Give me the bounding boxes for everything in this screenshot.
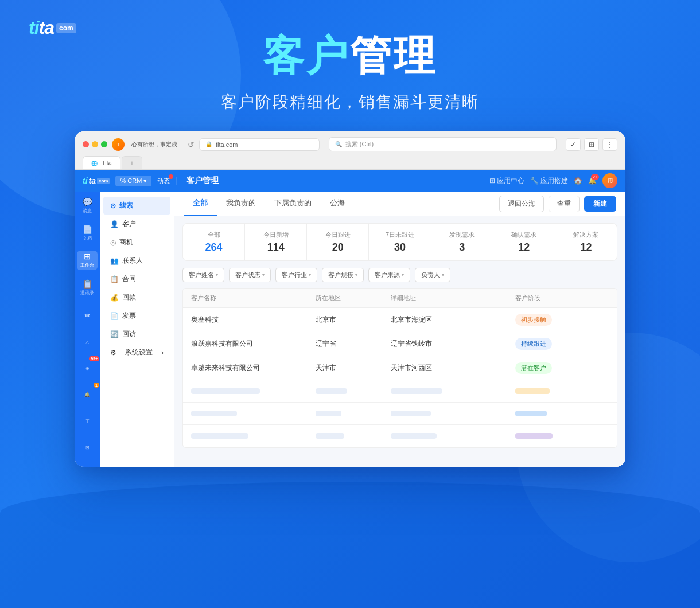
row2-stage: 持续跟进: [515, 338, 552, 350]
close-button[interactable]: [83, 141, 89, 147]
row2-address: 辽宁省铁岭市: [391, 339, 515, 349]
skeleton: [515, 433, 553, 439]
row3-stage: 潜在客户: [515, 362, 552, 374]
skeleton: [515, 411, 547, 416]
nav-workspace[interactable]: ⊞ 工作台: [77, 251, 98, 270]
filter-owner[interactable]: 负责人 ▾: [415, 268, 450, 282]
nav-docs[interactable]: 📄 文档: [77, 224, 98, 243]
minimize-button[interactable]: [92, 141, 98, 147]
menu-settings[interactable]: ⚙ 系统设置 ›: [103, 344, 170, 361]
filter-name-label: 客户姓名: [189, 271, 214, 279]
browser-search[interactable]: 🔍 搜索 (Ctrl): [329, 137, 557, 151]
browser-traffic-lights: [83, 141, 107, 147]
menu-customers[interactable]: 👤 客户: [103, 215, 170, 233]
col-stage-header: 客户阶段: [515, 294, 609, 302]
bookmark-button[interactable]: ✓: [566, 138, 581, 151]
inactive-tab[interactable]: +: [122, 156, 142, 169]
filter-industry[interactable]: 客户行业 ▾: [275, 268, 317, 282]
nav-contacts[interactable]: 📋 通讯录: [77, 278, 98, 298]
payments-label: 回款: [122, 293, 136, 302]
tab-public[interactable]: 公海: [321, 192, 354, 216]
stat-find-need-label: 发现需求: [441, 231, 484, 239]
app-header-right: ⊞ 应用中心 🔧 应用搭建 🏠 🔔 2+ 用: [489, 173, 617, 188]
active-tab[interactable]: 🌐 Tita: [83, 156, 120, 169]
opps-icon: ◎: [110, 239, 116, 247]
skeleton: [316, 388, 347, 394]
return-public-button[interactable]: 退回公海: [499, 196, 544, 212]
menu-opportunities[interactable]: ◎ 商机: [103, 233, 170, 251]
duplicate-check-button[interactable]: 查重: [549, 196, 580, 212]
crm-menu-button[interactable]: % CRM ▾: [115, 176, 151, 186]
filter-name[interactable]: 客户姓名 ▾: [182, 268, 224, 282]
workspace-icon: ⊞: [84, 252, 91, 261]
search-icon: 🔍: [335, 141, 342, 147]
col-region-header: 所在地区: [316, 294, 390, 302]
extensions-button[interactable]: ⊞: [584, 138, 599, 151]
menu-payments[interactable]: 💰 回款: [103, 289, 170, 306]
tab-all[interactable]: 全部: [184, 192, 217, 216]
browser-profile[interactable]: T: [112, 138, 125, 151]
filter-scale-label: 客户规模: [328, 271, 353, 279]
contracts-icon: 📋: [110, 275, 119, 283]
skeleton: [515, 388, 550, 394]
nav-messages[interactable]: 💬 消息: [77, 196, 98, 216]
app-build-button[interactable]: 🔧 应用搭建: [530, 176, 568, 186]
app-header: tita com % CRM ▾ 动态 | 客户管理 ⊞ 应用中心 🔧 应: [75, 170, 625, 192]
nav-alert[interactable]: △: [77, 332, 98, 352]
skeleton: [316, 411, 341, 416]
maximize-button[interactable]: [101, 141, 107, 147]
stat-total-label: 全部: [192, 231, 235, 239]
hero-title-normal: 管理: [350, 33, 437, 79]
menu-button[interactable]: ⋮: [602, 138, 617, 151]
stat-total: 全部 264: [183, 224, 245, 260]
app-content: tita com % CRM ▾ 动态 | 客户管理 ⊞ 应用中心 🔧 应: [75, 170, 625, 467]
settings-label: 系统设置: [125, 348, 153, 357]
nav-grid[interactable]: ⊡: [77, 437, 98, 458]
nav-tools[interactable]: ⊤: [77, 411, 98, 431]
browser-tabs: 🌐 Tita +: [83, 156, 617, 169]
filter-owner-arrow: ▾: [442, 272, 444, 278]
filter-status[interactable]: 客户状态 ▾: [229, 268, 271, 282]
tab-subordinate[interactable]: 下属负责的: [265, 192, 321, 216]
filter-name-arrow: ▾: [216, 272, 218, 278]
settings-arrow: ›: [161, 349, 164, 357]
home-icon-button[interactable]: 🏠: [574, 177, 582, 185]
refresh-icon[interactable]: ↺: [188, 140, 195, 149]
skeleton: [391, 433, 437, 439]
filter-scale[interactable]: 客户规模 ▾: [322, 268, 364, 282]
table-row[interactable]: 卓越未来科技有限公司 天津市 天津市河西区 潜在客户: [183, 356, 617, 380]
nav-phone[interactable]: ☎: [77, 305, 98, 326]
menu-invoices[interactable]: 📄 发票: [103, 307, 170, 325]
address-text: tita.com: [216, 141, 238, 148]
opps-label: 商机: [119, 237, 133, 247]
tab-mine[interactable]: 我负责的: [217, 192, 265, 216]
messages-icon: 💬: [83, 197, 92, 206]
menu-contacts[interactable]: 👥 联系人: [103, 252, 170, 270]
nav-bell[interactable]: 🔔 1: [77, 384, 98, 405]
dynamic-button[interactable]: 动态: [157, 177, 170, 185]
address-bar[interactable]: 🔒 tita.com: [199, 138, 320, 151]
menu-contracts[interactable]: 📋 合同: [103, 270, 170, 288]
bell-badge: 1: [94, 383, 99, 388]
stat-total-value: 264: [192, 241, 235, 254]
table-row[interactable]: 浪跃嘉科技有限公司 辽宁省 辽宁省铁岭市 持续跟进: [183, 332, 617, 356]
filter-source[interactable]: 客户来源 ▾: [368, 268, 410, 282]
stat-find-need: 发现需求 3: [431, 224, 493, 260]
tools-icon: ⊤: [85, 419, 90, 424]
menu-leads[interactable]: ⊙ 线索: [103, 197, 170, 215]
table-row[interactable]: 奥塞科技 北京市 北京市海淀区 初步接触: [183, 308, 617, 332]
row1-name: 奥塞科技: [191, 315, 316, 325]
browser-window: T 心有所想，事定成 ↺ 🔒 tita.com 🔍 搜索 (Ctrl) ✓ ⊞ …: [75, 131, 625, 467]
stat-today-follow: 今日跟进 20: [307, 224, 369, 260]
menu-visits[interactable]: 🔄 回访: [103, 325, 170, 343]
active-tab-label: Tita: [102, 159, 112, 166]
content-tabs: 全部 我负责的 下属负责的 公海 退回公海 查重 新建: [174, 192, 625, 216]
app-center-button[interactable]: ⊞ 应用中心: [489, 176, 524, 186]
new-button[interactable]: 新建: [584, 196, 616, 212]
nav-plus[interactable]: ⊕ 99+: [77, 358, 98, 379]
user-avatar[interactable]: 用: [602, 173, 617, 188]
hero-section: 客户管理 客户阶段精细化，销售漏斗更清晰: [0, 0, 700, 113]
visits-icon: 🔄: [110, 330, 119, 338]
docs-label: 文档: [83, 235, 92, 241]
notification-button[interactable]: 🔔 2+: [588, 177, 597, 185]
